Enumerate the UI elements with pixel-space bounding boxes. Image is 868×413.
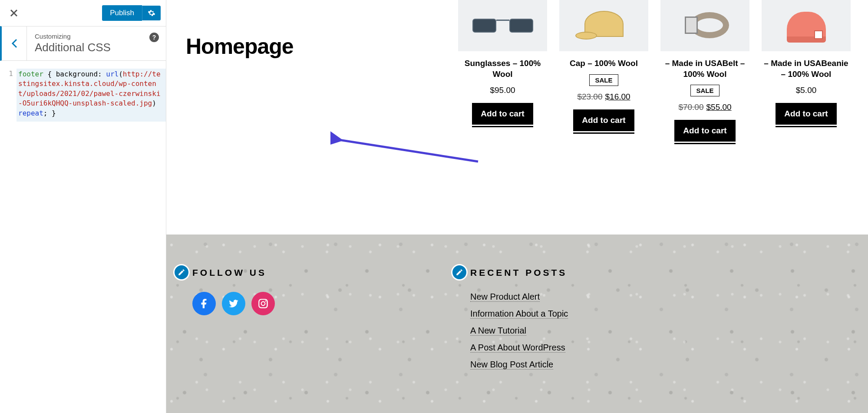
add-to-cart-button[interactable]: Add to cart: [674, 120, 735, 142]
sidebar-top-bar: Publish: [0, 0, 166, 26]
product-title[interactable]: – Made in USABelt – 100% Wool: [660, 58, 749, 79]
twitter-icon: [228, 298, 239, 309]
close-button[interactable]: [5, 4, 23, 22]
facebook-link[interactable]: [192, 292, 216, 315]
publish-group: Publish: [102, 5, 161, 21]
twitter-link[interactable]: [222, 292, 245, 315]
customizer-sidebar: Publish Customizing Additional CSS ? 1 f…: [0, 0, 166, 413]
beanie-icon: [785, 7, 828, 44]
section-header: Customizing Additional CSS ?: [27, 26, 166, 60]
cap-icon: [578, 8, 630, 43]
footer-posts-column: RECENT POSTS New Product Alert Informati…: [470, 268, 568, 396]
product-card: – Made in USABelt – 100% Wool SALE $70.0…: [660, 0, 749, 142]
list-item: Information About a Topic: [470, 305, 568, 322]
instagram-link[interactable]: [251, 292, 275, 315]
product-card: – Made in USABeanie – 100% Wool $5.00 Ad…: [762, 0, 851, 142]
recent-posts-list: New Product Alert Information About a To…: [470, 288, 568, 373]
list-item: New Product Alert: [470, 288, 568, 305]
svg-line-0: [339, 140, 478, 162]
product-card: Sunglasses – 100% Wool $95.00 Add to car…: [458, 0, 547, 142]
sale-badge: SALE: [589, 74, 618, 86]
edit-widget-button[interactable]: [451, 264, 468, 281]
code-content[interactable]: footer { background: url(http://testings…: [17, 69, 166, 122]
publish-button[interactable]: Publish: [102, 5, 142, 21]
belt-icon: [677, 10, 733, 41]
product-price: $23.00$16.00: [577, 92, 630, 102]
pencil-icon: [455, 268, 463, 276]
site-footer: FOLLOW US RECENT POSTS New Product Alert: [166, 235, 868, 413]
product-title[interactable]: – Made in USABeanie – 100% Wool: [762, 58, 851, 79]
product-title[interactable]: Cap – 100% Wool: [570, 58, 638, 69]
list-item: A Post About WordPress: [470, 339, 568, 356]
product-price: $70.00$55.00: [678, 102, 731, 112]
product-card: Cap – 100% Wool SALE $23.00$16.00 Add to…: [559, 0, 648, 142]
product-title[interactable]: Sunglasses – 100% Wool: [458, 58, 547, 79]
footer-follow-column: FOLLOW US: [192, 268, 275, 396]
add-to-cart-button[interactable]: Add to cart: [573, 109, 634, 131]
site-preview: Homepage Sunglasses – 100% Wool $95.00 A…: [166, 0, 868, 413]
post-link[interactable]: New Blog Post Article: [470, 360, 553, 370]
close-icon: [10, 9, 18, 17]
sunglasses-icon: [472, 17, 533, 34]
social-links: [192, 292, 275, 315]
customizing-label: Customizing: [35, 33, 158, 40]
section-header-row: Customizing Additional CSS ?: [0, 26, 166, 61]
facebook-icon: [198, 298, 210, 309]
help-button[interactable]: ?: [149, 33, 159, 42]
product-image[interactable]: [559, 0, 648, 51]
footer-heading: FOLLOW US: [192, 268, 267, 278]
sale-badge: SALE: [690, 85, 719, 96]
gear-icon: [148, 9, 155, 17]
product-image[interactable]: [660, 0, 749, 51]
pencil-icon: [178, 268, 185, 276]
edit-widget-button[interactable]: [173, 264, 190, 281]
post-link[interactable]: Information About a Topic: [470, 309, 568, 319]
product-image[interactable]: [762, 0, 851, 51]
publish-settings-button[interactable]: [142, 6, 161, 20]
product-image[interactable]: [458, 0, 547, 51]
chevron-left-icon: [11, 39, 17, 48]
instagram-icon: [257, 298, 269, 309]
list-item: New Blog Post Article: [470, 356, 568, 373]
line-number: 1: [0, 69, 17, 122]
post-link[interactable]: New Product Alert: [470, 292, 540, 302]
back-button[interactable]: [2, 26, 27, 60]
add-to-cart-button[interactable]: Add to cart: [472, 103, 533, 125]
section-title: Additional CSS: [35, 41, 158, 54]
footer-heading: RECENT POSTS: [470, 268, 567, 278]
list-item: A New Tutorial: [470, 322, 568, 339]
product-price: $95.00: [490, 86, 515, 95]
post-link[interactable]: A Post About WordPress: [470, 343, 565, 353]
add-to-cart-button[interactable]: Add to cart: [776, 103, 836, 125]
product-price: $5.00: [796, 86, 817, 95]
post-link[interactable]: A New Tutorial: [470, 326, 526, 336]
product-grid: Sunglasses – 100% Wool $95.00 Add to car…: [370, 0, 851, 142]
css-code-editor[interactable]: 1 footer { background: url(http://testin…: [0, 69, 166, 122]
page-title: Homepage: [186, 34, 294, 59]
